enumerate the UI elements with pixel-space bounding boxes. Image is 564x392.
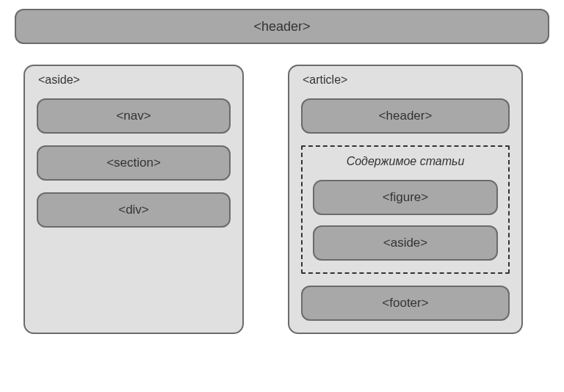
- div-label: <div>: [118, 203, 149, 217]
- columns-wrapper: <aside> <nav> <section> <div> <article> …: [15, 65, 549, 334]
- page-header-label: <header>: [253, 19, 310, 35]
- div-block: <div>: [37, 192, 231, 228]
- aside-inner-label: <aside>: [383, 236, 428, 250]
- aside-label: <aside>: [37, 73, 231, 87]
- figure-block: <figure>: [313, 180, 498, 215]
- nav-block: <nav>: [37, 98, 231, 134]
- article-container: <article> <header> Содержимое статьи <fi…: [288, 65, 523, 334]
- footer-label: <footer>: [382, 296, 428, 311]
- page-header-block: <header>: [15, 9, 549, 44]
- section-block: <section>: [37, 145, 231, 181]
- article-content-title: Содержимое статьи: [313, 154, 498, 170]
- article-header-label: <header>: [379, 109, 433, 123]
- aside-inner-block: <aside>: [313, 225, 498, 261]
- aside-container: <aside> <nav> <section> <div>: [24, 65, 244, 334]
- article-header-block: <header>: [301, 98, 510, 134]
- article-label: <article>: [301, 73, 510, 87]
- figure-label: <figure>: [383, 190, 428, 205]
- article-content-box: Содержимое статьи <figure> <aside>: [301, 145, 510, 274]
- nav-label: <nav>: [116, 109, 151, 123]
- footer-block: <footer>: [301, 286, 510, 321]
- section-label: <section>: [106, 156, 161, 170]
